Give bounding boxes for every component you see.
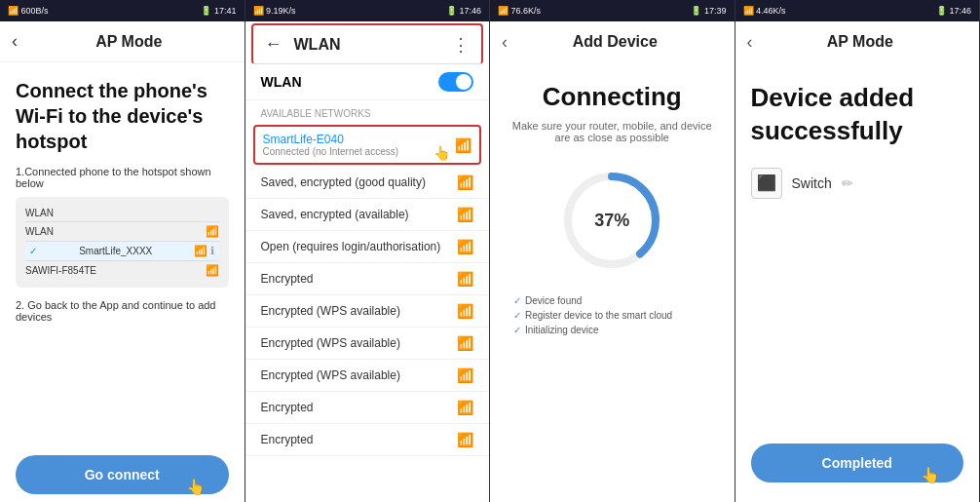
wlan-label: WLAN — [261, 74, 302, 90]
nav-title-4: AP Mode — [753, 33, 968, 51]
network-name-3: Open (requires login/authorisation) — [261, 240, 441, 253]
screen-ap-mode-success: 📶 4.46K/s 🔋 17:46 ‹ AP Mode Device added… — [735, 0, 981, 502]
network-item-2[interactable]: Saved, encrypted (available) 📶 — [245, 199, 490, 231]
cursor-hand-network: 👆 — [433, 145, 450, 161]
wifi-signal-icon-4: 📶 — [457, 271, 473, 287]
network-item-4[interactable]: Encrypted 📶 — [245, 263, 490, 295]
wifi-row-header: WLAN — [25, 205, 219, 222]
success-title: Device added successfully — [751, 82, 964, 148]
wlan-toggle[interactable] — [438, 72, 473, 92]
network-item-3[interactable]: Open (requires login/authorisation) 📶 — [245, 231, 490, 263]
screen4-content: Device added successfully ⬛ Switch ✏ Com… — [735, 62, 980, 502]
status-bar-4: 📶 4.46K/s 🔋 17:46 — [735, 0, 980, 21]
wifi-row-smartlife: ✓ SmartLife_XXXX 📶 ℹ — [25, 242, 219, 261]
completed-label: Completed — [822, 455, 892, 471]
back-button-2[interactable]: ← — [265, 34, 283, 55]
wifi-smartlife-name: SmartLife_XXXX — [79, 246, 152, 256]
wifi-signal-icon-5: 📶 — [457, 303, 473, 319]
status-left-4: 📶 4.46K/s — [743, 6, 786, 16]
highlighted-network-sub: Connected (no Internet access) — [263, 146, 399, 157]
status-list: Device found Register device to the smar… — [506, 293, 719, 337]
progress-percent-label: 37% — [594, 211, 629, 231]
network-item-8[interactable]: Encrypted 📶 — [245, 392, 490, 424]
wifi-row-sawifi: SAWIFI-F854TE 📶 — [25, 261, 219, 280]
back-button-1[interactable]: ‹ — [12, 31, 18, 52]
status-bar-3: 📶 76.6K/s 🔋 17:39 — [490, 0, 735, 21]
status-left-1: 📶 600B/s — [8, 6, 49, 16]
switch-icon: ⬛ — [757, 174, 776, 192]
wifi-signal-icon-1: 📶 — [457, 174, 473, 190]
progress-circle: 37% — [558, 167, 665, 274]
nav-bar-3: ‹ Add Device — [490, 21, 735, 62]
screen1-step1: 1.Connected phone to the hotspot shown b… — [16, 166, 229, 189]
device-name-label: Switch — [792, 175, 832, 191]
status-left-3: 📶 76.6K/s — [498, 6, 541, 16]
wifi-signal-icon-3: 📶 — [457, 239, 473, 254]
screen1-headline: Connect the phone's Wi-Fi to the device'… — [16, 78, 229, 154]
network-name-5: Encrypted (WPS available) — [261, 304, 400, 318]
network-item-9[interactable]: Encrypted 📶 — [245, 424, 490, 456]
completed-button[interactable]: Completed 👆 — [751, 444, 964, 483]
wlan-toggle-row: WLAN — [245, 64, 490, 100]
status-bar-1: 📶 600B/s 🔋 17:41 — [0, 0, 245, 21]
go-connect-label: Go connect — [85, 467, 160, 483]
screen2-content: WLAN AVAILABLE NETWORKS SmartLife-E040 C… — [245, 64, 490, 502]
status-item-3: Initializing device — [513, 323, 711, 337]
status-item-1: Device found — [513, 293, 711, 308]
status-bar-2: 📶 9.19K/s 🔋 17:46 — [245, 0, 490, 21]
status-right-3: 🔋 17:39 — [691, 6, 726, 16]
network-item-6[interactable]: Encrypted (WPS available) 📶 — [245, 328, 490, 360]
cursor-hand-completed: 👆 — [921, 466, 940, 484]
network-name-2: Saved, encrypted (available) — [261, 208, 409, 221]
network-name-4: Encrypted — [261, 272, 314, 286]
nav-bar-2: ← WLAN ⋮ — [251, 23, 484, 64]
wifi-signal-icon-8: 📶 — [457, 400, 473, 415]
wifi-signal-icon-9: 📶 — [457, 432, 473, 447]
status-right-2: 🔋 17:46 — [446, 6, 481, 16]
status-item-2: Register device to the smart cloud — [513, 308, 711, 323]
network-name-6: Encrypted (WPS available) — [261, 336, 400, 350]
edit-device-name-icon[interactable]: ✏ — [842, 175, 853, 191]
network-name-1: Saved, encrypted (good quality) — [261, 175, 426, 189]
wifi-row-wlan: WLAN 📶 — [25, 222, 219, 242]
device-icon: ⬛ — [751, 168, 782, 199]
wifi-mock: WLAN WLAN 📶 ✓ SmartLife_XXXX 📶 ℹ SAWIFI-… — [16, 197, 229, 288]
wifi-signal-icon-0: 📶 — [455, 137, 471, 153]
screen3-content: Connecting Make sure your router, mobile… — [490, 62, 735, 502]
screen1-content: Connect the phone's Wi-Fi to the device'… — [0, 62, 245, 502]
screen1-step2: 2. Go back to the App and continue to ad… — [16, 299, 229, 323]
wifi-signal-icon-6: 📶 — [457, 335, 473, 351]
status-left-2: 📶 9.19K/s — [253, 6, 296, 16]
highlighted-network[interactable]: SmartLife-E040 Connected (no Internet ac… — [253, 125, 482, 165]
wifi-signal-icon-2: 📶 — [457, 207, 473, 222]
connecting-title: Connecting — [543, 82, 682, 112]
wifi-signal-icon-7: 📶 — [457, 367, 473, 383]
wifi-row-label: WLAN — [25, 208, 54, 218]
network-item-5[interactable]: Encrypted (WPS available) 📶 — [245, 295, 490, 328]
screen-wlan: 📶 9.19K/s 🔋 17:46 ← WLAN ⋮ WLAN AVAILABL… — [245, 0, 491, 502]
network-name-7: Encrypted (WPS available) — [261, 368, 400, 382]
highlighted-network-info: SmartLife-E040 Connected (no Internet ac… — [263, 133, 399, 157]
network-name-9: Encrypted — [261, 433, 314, 446]
network-item-1[interactable]: Saved, encrypted (good quality) 📶 — [245, 167, 490, 199]
screen-ap-mode-1: 📶 600B/s 🔋 17:41 ‹ AP Mode Connect the p… — [0, 0, 245, 502]
nav-title-2: WLAN — [294, 36, 453, 54]
connecting-sub: Make sure your router, mobile, and devic… — [506, 120, 719, 143]
nav-title-3: Add Device — [508, 33, 723, 51]
menu-dots-2[interactable]: ⋮ — [452, 34, 470, 56]
nav-title-1: AP Mode — [25, 33, 233, 51]
nav-bar-1: ‹ AP Mode — [0, 21, 245, 62]
highlighted-network-name: SmartLife-E040 — [263, 133, 399, 146]
go-connect-button[interactable]: Go connect 👆 — [16, 455, 229, 494]
network-item-7[interactable]: Encrypted (WPS available) 📶 — [245, 360, 490, 392]
status-right-1: 🔋 17:41 — [201, 6, 236, 16]
cursor-hand-icon: 👆 — [186, 478, 206, 496]
nav-bar-4: ‹ AP Mode — [735, 21, 980, 62]
network-name-8: Encrypted — [261, 401, 314, 414]
screen-add-device: 📶 76.6K/s 🔋 17:39 ‹ Add Device Connectin… — [490, 0, 735, 502]
status-right-4: 🔋 17:46 — [936, 6, 971, 16]
available-networks-label: AVAILABLE NETWORKS — [245, 100, 490, 123]
device-row: ⬛ Switch ✏ — [751, 168, 964, 199]
